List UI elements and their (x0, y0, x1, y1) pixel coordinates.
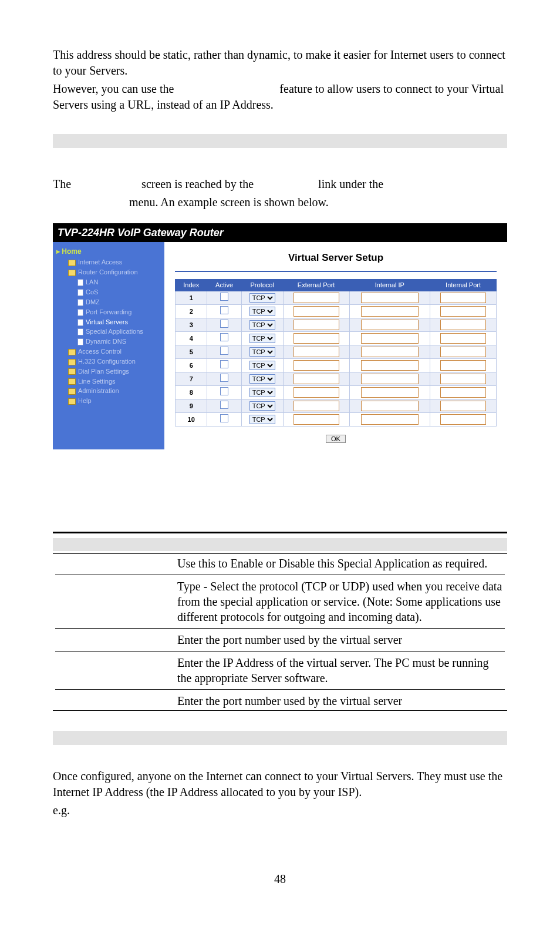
active-checkbox[interactable] (220, 320, 228, 328)
nav-lan[interactable]: LAN (55, 277, 162, 287)
external-port-input[interactable] (294, 360, 339, 371)
internal-ip-input[interactable] (361, 401, 419, 411)
internal-port-input[interactable] (440, 320, 486, 330)
table-top-rule (53, 532, 507, 533)
folder-icon (68, 270, 76, 276)
active-checkbox[interactable] (220, 347, 228, 355)
internal-port-input[interactable] (440, 401, 486, 411)
protocol-select[interactable]: TCP (249, 415, 275, 424)
nav-internet-access[interactable]: Internet Access (55, 257, 162, 267)
external-port-input[interactable] (294, 293, 339, 303)
external-port-input[interactable] (294, 414, 339, 425)
cell-index: 1 (176, 291, 207, 305)
internal-ip-input[interactable] (361, 306, 419, 317)
nav-special-applications[interactable]: Special Applications (55, 327, 162, 337)
external-port-input[interactable] (294, 374, 339, 384)
internal-port-input[interactable] (440, 360, 486, 371)
cell-index: 9 (176, 399, 207, 413)
cell-index: 3 (176, 318, 207, 332)
nav-router-configuration[interactable]: Router Configuration (55, 267, 162, 277)
internal-port-input[interactable] (440, 293, 486, 303)
internal-ip-input[interactable] (361, 374, 419, 384)
active-checkbox[interactable] (220, 333, 228, 341)
page-icon (77, 299, 83, 306)
protocol-select[interactable]: TCP (249, 374, 275, 384)
desc-internal-ip: Enter the IP Address of the virtual serv… (175, 653, 507, 687)
internal-port-input[interactable] (440, 306, 486, 317)
internal-port-input[interactable] (440, 414, 486, 425)
ok-button[interactable]: OK (326, 435, 346, 443)
protocol-select[interactable]: TCP (249, 320, 275, 330)
external-port-input[interactable] (294, 347, 339, 357)
lead-c: link under the (318, 177, 383, 190)
tail-paragraph-1: Once configured, anyone on the Internet … (53, 768, 507, 800)
tail-paragraph-2: e.g. (53, 802, 507, 818)
intro-paragraph-2: However, you can use the feature to allo… (53, 81, 507, 113)
active-checkbox[interactable] (220, 360, 228, 368)
lead-a: The (53, 177, 71, 190)
external-port-input[interactable] (294, 306, 339, 317)
nav-h323[interactable]: H.323 Configuration (55, 357, 162, 367)
nav-dial-plan[interactable]: Dial Plan Settings (55, 367, 162, 377)
internal-ip-input[interactable] (361, 293, 419, 303)
protocol-select[interactable]: TCP (249, 334, 275, 343)
virtual-server-table: Index Active Protocol External Port Inte… (175, 279, 497, 427)
internal-ip-input[interactable] (361, 360, 419, 371)
external-port-input[interactable] (294, 320, 339, 330)
internal-port-input[interactable] (440, 387, 486, 398)
lead-paragraph: The screen is reached by the link under … (53, 176, 507, 192)
internal-port-input[interactable] (440, 333, 486, 344)
internal-ip-input[interactable] (361, 347, 419, 357)
page-icon (77, 338, 83, 345)
nav-port-forwarding[interactable]: Port Forwarding (55, 307, 162, 317)
internal-ip-input[interactable] (361, 333, 419, 344)
active-checkbox[interactable] (220, 401, 228, 409)
folder-icon (68, 388, 76, 395)
internal-ip-input[interactable] (361, 320, 419, 330)
table-row: Use this to Enable or Disable this Speci… (53, 554, 507, 573)
nav-dynamic-dns[interactable]: Dynamic DNS (55, 337, 162, 347)
active-checkbox[interactable] (220, 306, 228, 314)
internal-ip-input[interactable] (361, 414, 419, 425)
protocol-select[interactable]: TCP (249, 347, 275, 357)
table-row: Enter the port number used by the virtua… (53, 630, 507, 649)
page-icon (77, 328, 83, 335)
rule (53, 710, 507, 711)
folder-icon (68, 378, 76, 385)
nav-administration[interactable]: Administration (55, 386, 162, 396)
internal-ip-input[interactable] (361, 387, 419, 398)
nav-access-control[interactable]: Access Control (55, 347, 162, 357)
nav-line-settings[interactable]: Line Settings (55, 377, 162, 387)
folder-icon (68, 368, 76, 375)
nav-home-label: Home (62, 247, 81, 256)
nav-dmz[interactable]: DMZ (55, 297, 162, 307)
nav-cos[interactable]: CoS (55, 287, 162, 297)
active-checkbox[interactable] (220, 387, 228, 395)
protocol-select[interactable]: TCP (249, 361, 275, 370)
internal-port-input[interactable] (440, 347, 486, 357)
cell-index: 4 (176, 332, 207, 345)
rule (55, 628, 505, 629)
internal-port-input[interactable] (440, 374, 486, 384)
col-active: Active (207, 280, 241, 291)
table-row: 1TCP (176, 291, 497, 305)
external-port-input[interactable] (294, 387, 339, 398)
protocol-select[interactable]: TCP (249, 401, 275, 411)
col-index: Index (176, 280, 207, 291)
protocol-select[interactable]: TCP (249, 307, 275, 316)
intro-2a: However, you can use the (53, 82, 174, 95)
active-checkbox[interactable] (220, 414, 228, 422)
desc-internal-port: Enter the port number used by the virtua… (175, 691, 507, 710)
external-port-input[interactable] (294, 333, 339, 344)
external-port-input[interactable] (294, 401, 339, 411)
protocol-select[interactable]: TCP (249, 293, 275, 303)
table-row: 6TCP (176, 359, 497, 372)
page-number: 48 (53, 871, 507, 887)
active-checkbox[interactable] (220, 293, 228, 301)
active-checkbox[interactable] (220, 374, 228, 382)
nav-home[interactable]: ▸ Home (55, 246, 162, 257)
page-icon (77, 279, 83, 286)
nav-virtual-servers[interactable]: Virtual Servers (55, 317, 162, 327)
nav-help[interactable]: Help (55, 396, 162, 406)
protocol-select[interactable]: TCP (249, 388, 275, 397)
